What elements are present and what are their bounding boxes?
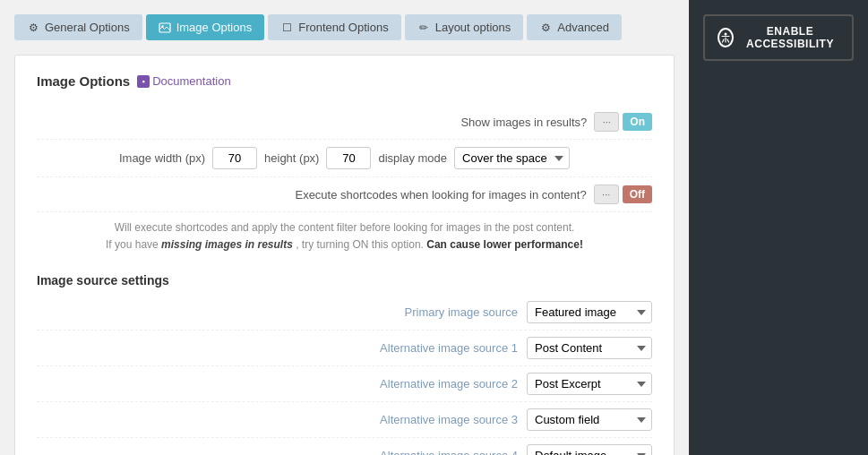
toggle-dots-shortcode[interactable]: ··· [594,185,619,204]
doc-icon: ▪ [137,75,150,88]
toggle-on-button[interactable]: On [623,113,652,131]
height-label: height (px) [264,151,319,165]
source-row-2: Alternative image source 2 Featured imag… [37,366,652,402]
tab-layout[interactable]: ✏ Layout options [405,14,524,40]
source-row-4: Alternative image source 4 Featured imag… [37,438,652,455]
source-select-1[interactable]: Featured image Post Content Post Excerpt… [527,337,652,359]
toggle-dots-show[interactable]: ··· [594,112,619,132]
tab-advanced[interactable]: ⚙ Advanced [527,14,622,40]
main-panel: Image Options ▪ Documentation Show image… [14,55,675,455]
accessibility-icon [718,28,734,47]
width-input[interactable] [212,147,257,169]
height-input[interactable] [326,147,371,169]
layout-icon: ✏ [417,21,430,34]
tab-general[interactable]: ⚙ General Options [14,14,142,40]
source-select-4[interactable]: Featured image Post Content Post Excerpt… [527,444,652,455]
source-row-0: Primary image source Featured image Post… [37,295,652,331]
shortcode-toggle: ··· Off [594,185,652,204]
frontend-icon: ☐ [280,21,293,34]
accessibility-button[interactable]: ENABLE ACCESSIBILITY [703,14,854,61]
gear-icon: ⚙ [27,21,39,34]
source-row-1: Alternative image source 1 Featured imag… [37,331,652,366]
source-label-0: Primary image source [405,305,518,319]
content-area: Show images in results? ··· On Image wid… [37,105,652,455]
source-label-3: Alternative image source 3 [380,413,518,426]
display-mode-label: display mode [378,151,447,165]
show-images-label: Show images in results? [460,116,587,129]
source-label-2: Alternative image source 2 [380,377,518,391]
source-select-2[interactable]: Featured image Post Content Post Excerpt… [527,373,652,395]
source-select-0[interactable]: Featured image Post Content Post Excerpt… [527,301,652,323]
width-label: Image width (px) [119,151,205,165]
tab-image[interactable]: Image Options [146,14,265,40]
tab-frontend[interactable]: ☐ Frontend Options [268,14,400,40]
display-mode-select[interactable]: Cover the space Fit the space Stretch [454,147,570,169]
show-images-row: Show images in results? ··· On [37,105,652,140]
svg-point-2 [725,33,727,36]
source-label-1: Alternative image source 1 [380,341,518,355]
source-label-4: Alternative image source 4 [380,449,518,455]
shortcode-label: Execute shortcodes when looking for imag… [295,188,586,202]
source-row-3: Alternative image source 3 Featured imag… [37,402,652,438]
image-source-heading: Image source settings [37,261,652,295]
show-images-toggle: ··· On [594,112,652,132]
image-dimensions-row: Image width (px) height (px) display mod… [37,140,652,177]
source-select-3[interactable]: Featured image Post Content Post Excerpt… [527,408,652,431]
advanced-icon: ⚙ [539,21,552,34]
shortcode-row: Execute shortcodes when looking for imag… [37,177,652,212]
sidebar: ENABLE ACCESSIBILITY [689,0,868,455]
documentation-link[interactable]: ▪ Documentation [137,74,230,88]
image-icon [159,21,171,34]
shortcode-notice: Will execute shortcodes and apply the co… [37,212,652,261]
panel-title: Image Options ▪ Documentation [37,73,652,89]
toggle-off-button[interactable]: Off [623,185,652,203]
nav-tabs: ⚙ General Options Image Options ☐ Fronte… [14,14,675,40]
